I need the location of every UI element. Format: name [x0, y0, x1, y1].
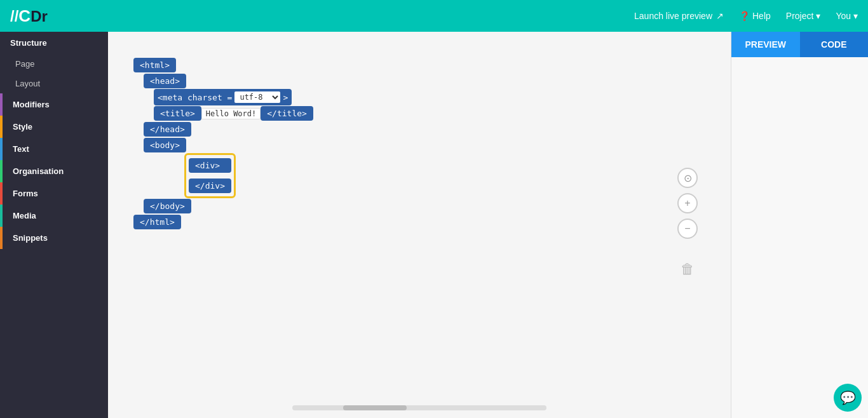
you-button[interactable]: You ▾: [836, 11, 858, 21]
canvas-controls: ⊙ + − 🗑: [676, 168, 699, 282]
trash-icon: 🗑: [681, 261, 695, 278]
sidebar-category-media[interactable]: Media: [0, 205, 108, 227]
sidebar-item-page[interactable]: Page: [0, 54, 108, 74]
block-editor: <html> <head> <meta charset = utf-8 utf-…: [133, 57, 313, 230]
block-head-close[interactable]: </head>: [144, 122, 191, 137]
head-open-block[interactable]: <head>: [144, 73, 313, 89]
canvas-scrollbar-thumb[interactable]: [343, 405, 407, 410]
external-link-icon: ↗: [716, 11, 724, 21]
zoom-in-icon: +: [684, 198, 690, 209]
meta-charset-post: >: [283, 93, 288, 102]
brand-logo[interactable]: //CDr: [10, 6, 48, 26]
canvas-area[interactable]: <html> <head> <meta charset = utf-8 utf-…: [108, 32, 731, 418]
title-content[interactable]: Hello Word!: [201, 108, 261, 119]
div-container[interactable]: <div> </div>: [164, 153, 313, 198]
sidebar-category-organisation[interactable]: Organisation: [0, 160, 108, 182]
meta-charset-block[interactable]: <meta charset = utf-8 utf-16 >: [154, 89, 313, 105]
head-close-block[interactable]: </head>: [144, 121, 313, 137]
project-chevron-icon: ▾: [816, 11, 820, 21]
brand-c: C: [18, 6, 31, 25]
body-close-block[interactable]: </body>: [144, 198, 313, 214]
navbar: //CDr Launch live preview ↗ ❓ Help Proje…: [0, 0, 868, 32]
block-title-open[interactable]: <title>: [154, 106, 201, 121]
block-div-close[interactable]: </div>: [189, 179, 231, 193]
launch-preview-button[interactable]: Launch live preview ↗: [634, 11, 724, 21]
meta-charset-pre: <meta charset =: [158, 93, 232, 102]
sidebar: Structure Page Layout Modifiers Style Te…: [0, 32, 108, 418]
block-title-close[interactable]: </title>: [261, 106, 313, 121]
block-div-open[interactable]: <div>: [189, 158, 231, 173]
chat-bubble-button[interactable]: 💬: [834, 384, 862, 412]
zoom-out-button[interactable]: −: [677, 219, 698, 239]
sidebar-category-structure[interactable]: Structure: [0, 32, 108, 54]
tab-preview[interactable]: PREVIEW: [731, 32, 800, 57]
center-view-button[interactable]: ⊙: [677, 168, 698, 188]
project-button[interactable]: Project ▾: [786, 11, 821, 21]
body-open-block[interactable]: <body>: [144, 137, 313, 153]
block-body-close[interactable]: </body>: [144, 199, 191, 213]
zoom-in-button[interactable]: +: [677, 193, 698, 213]
help-label: Help: [752, 11, 771, 21]
sidebar-category-forms[interactable]: Forms: [0, 182, 108, 205]
chat-icon: 💬: [840, 390, 856, 405]
tab-code[interactable]: CODE: [800, 32, 869, 57]
help-icon: ❓: [739, 11, 750, 21]
charset-select[interactable]: utf-8 utf-16: [234, 91, 280, 103]
block-body-open[interactable]: <body>: [144, 138, 186, 152]
block-html-open[interactable]: <html>: [133, 58, 176, 72]
div-connected-blocks[interactable]: <div> </div>: [184, 153, 236, 198]
sidebar-category-style[interactable]: Style: [0, 116, 108, 138]
center-icon: ⊙: [684, 172, 692, 184]
launch-preview-label: Launch live preview: [634, 11, 712, 21]
brand-dr: Dr: [31, 8, 48, 25]
title-block[interactable]: <title> Hello Word! </title>: [154, 105, 313, 121]
html-close-block[interactable]: </html>: [133, 214, 313, 230]
right-panel-content: [731, 57, 868, 418]
you-label: You: [836, 11, 851, 21]
sidebar-category-snippets[interactable]: Snippets: [0, 227, 108, 249]
html-open-block[interactable]: <html>: [133, 57, 313, 73]
main-layout: Structure Page Layout Modifiers Style Te…: [0, 32, 868, 418]
navbar-right: Launch live preview ↗ ❓ Help Project ▾ Y…: [634, 11, 858, 21]
sidebar-category-modifiers[interactable]: Modifiers: [0, 93, 108, 116]
block-html-close[interactable]: </html>: [133, 215, 181, 229]
block-head-open[interactable]: <head>: [144, 74, 186, 88]
canvas-scrollbar[interactable]: [292, 405, 546, 410]
zoom-out-icon: −: [684, 223, 690, 234]
sidebar-item-layout[interactable]: Layout: [0, 74, 108, 93]
project-label: Project: [786, 11, 814, 21]
div-open-row[interactable]: <div> </div>: [184, 153, 313, 198]
you-chevron-icon: ▾: [853, 11, 858, 21]
help-button[interactable]: ❓ Help: [739, 11, 771, 21]
right-panel: PREVIEW CODE: [731, 32, 868, 418]
right-panel-tabs: PREVIEW CODE: [731, 32, 868, 57]
trash-button[interactable]: 🗑: [676, 257, 699, 282]
sidebar-category-text[interactable]: Text: [0, 138, 108, 160]
block-meta-charset[interactable]: <meta charset = utf-8 utf-16 >: [154, 89, 292, 105]
brand-slashes: //: [10, 8, 18, 25]
